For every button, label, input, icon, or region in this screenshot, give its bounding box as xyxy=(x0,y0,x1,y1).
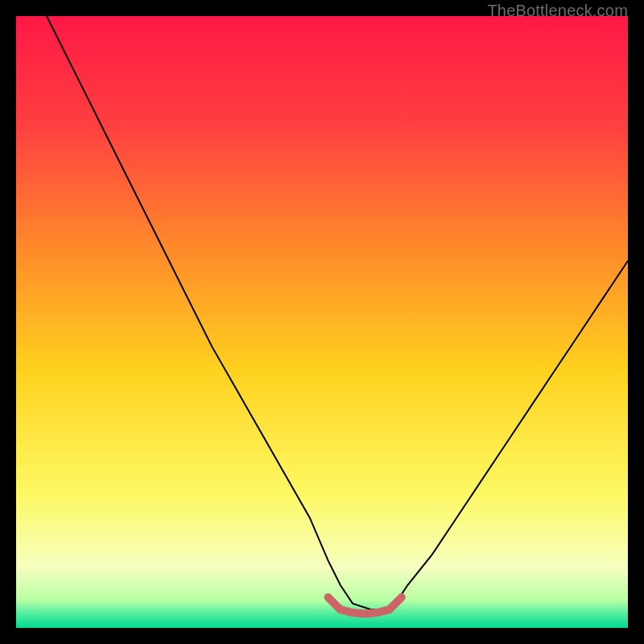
bottleneck-chart xyxy=(16,16,628,628)
watermark: TheBottleneck.com xyxy=(487,2,628,20)
gradient-background xyxy=(16,16,628,628)
chart-frame: TheBottleneck.com xyxy=(0,0,644,644)
